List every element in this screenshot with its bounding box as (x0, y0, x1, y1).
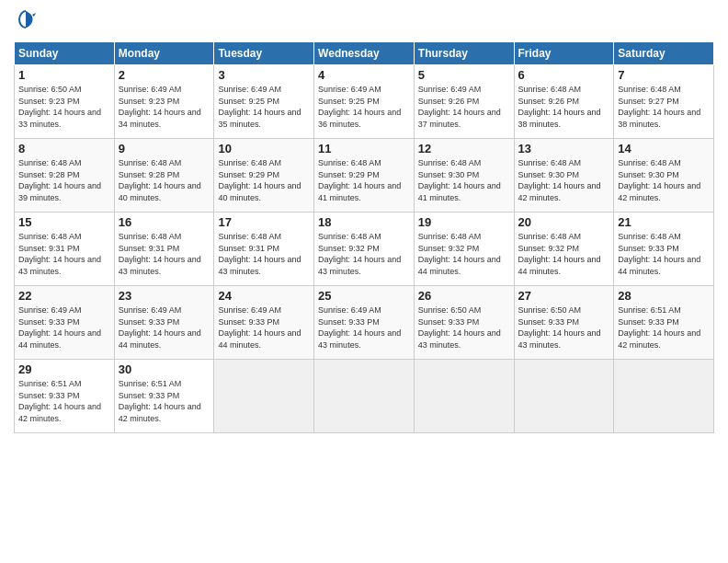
day-cell: 1Sunrise: 6:50 AMSunset: 9:23 PMDaylight… (15, 65, 115, 139)
day-cell: 2Sunrise: 6:49 AMSunset: 9:23 PMDaylight… (114, 65, 214, 139)
page: SundayMondayTuesdayWednesdayThursdayFrid… (0, 0, 728, 563)
day-number: 23 (119, 289, 210, 303)
day-info: Sunrise: 6:48 AMSunset: 9:30 PMDaylight:… (418, 157, 510, 203)
day-number: 17 (218, 215, 310, 229)
header (14, 9, 714, 34)
header-friday: Friday (514, 42, 614, 65)
day-info: Sunrise: 6:48 AMSunset: 9:27 PMDaylight:… (618, 84, 710, 130)
logo (14, 9, 36, 34)
day-info: Sunrise: 6:48 AMSunset: 9:32 PMDaylight:… (518, 231, 610, 277)
day-info: Sunrise: 6:51 AMSunset: 9:33 PMDaylight:… (119, 378, 210, 424)
day-number: 6 (518, 68, 610, 82)
day-cell: 8Sunrise: 6:48 AMSunset: 9:28 PMDaylight… (15, 139, 115, 213)
logo-text (14, 9, 36, 34)
day-number: 5 (418, 68, 510, 82)
week-row-4: 22Sunrise: 6:49 AMSunset: 9:33 PMDayligh… (15, 286, 714, 360)
day-info: Sunrise: 6:49 AMSunset: 9:25 PMDaylight:… (318, 84, 410, 130)
day-number: 28 (618, 289, 710, 303)
day-info: Sunrise: 6:48 AMSunset: 9:29 PMDaylight:… (318, 157, 410, 203)
day-info: Sunrise: 6:51 AMSunset: 9:33 PMDaylight:… (18, 378, 110, 424)
day-number: 14 (618, 142, 710, 155)
week-row-3: 15Sunrise: 6:48 AMSunset: 9:31 PMDayligh… (15, 213, 714, 286)
day-cell: 22Sunrise: 6:49 AMSunset: 9:33 PMDayligh… (15, 286, 115, 360)
day-info: Sunrise: 6:48 AMSunset: 9:31 PMDaylight:… (18, 231, 110, 277)
day-cell: 26Sunrise: 6:50 AMSunset: 9:33 PMDayligh… (414, 286, 514, 360)
day-cell: 28Sunrise: 6:51 AMSunset: 9:33 PMDayligh… (614, 286, 714, 360)
day-number: 22 (18, 289, 110, 303)
day-info: Sunrise: 6:49 AMSunset: 9:33 PMDaylight:… (18, 304, 110, 350)
day-cell: 15Sunrise: 6:48 AMSunset: 9:31 PMDayligh… (15, 213, 115, 286)
day-number: 4 (318, 68, 410, 82)
day-info: Sunrise: 6:48 AMSunset: 9:28 PMDaylight:… (18, 157, 110, 203)
day-cell: 24Sunrise: 6:49 AMSunset: 9:33 PMDayligh… (214, 286, 314, 360)
day-number: 25 (318, 289, 410, 303)
calendar: SundayMondayTuesdayWednesdayThursdayFrid… (14, 41, 714, 433)
day-info: Sunrise: 6:49 AMSunset: 9:33 PMDaylight:… (318, 304, 410, 350)
day-info: Sunrise: 6:48 AMSunset: 9:30 PMDaylight:… (518, 157, 610, 203)
day-cell (514, 360, 614, 433)
day-info: Sunrise: 6:50 AMSunset: 9:23 PMDaylight:… (18, 84, 110, 130)
day-info: Sunrise: 6:48 AMSunset: 9:26 PMDaylight:… (518, 84, 610, 130)
day-number: 7 (618, 68, 710, 82)
day-number: 15 (18, 215, 110, 229)
day-cell (414, 360, 514, 433)
day-number: 18 (318, 215, 410, 229)
day-info: Sunrise: 6:49 AMSunset: 9:33 PMDaylight:… (119, 304, 210, 350)
day-info: Sunrise: 6:48 AMSunset: 9:32 PMDaylight:… (318, 231, 410, 277)
day-number: 29 (18, 362, 110, 376)
day-info: Sunrise: 6:48 AMSunset: 9:31 PMDaylight:… (119, 231, 210, 277)
day-cell: 23Sunrise: 6:49 AMSunset: 9:33 PMDayligh… (114, 286, 214, 360)
day-cell: 9Sunrise: 6:48 AMSunset: 9:28 PMDaylight… (114, 139, 214, 213)
day-cell: 19Sunrise: 6:48 AMSunset: 9:32 PMDayligh… (414, 213, 514, 286)
day-info: Sunrise: 6:48 AMSunset: 9:28 PMDaylight:… (119, 157, 210, 203)
day-info: Sunrise: 6:49 AMSunset: 9:25 PMDaylight:… (218, 84, 310, 130)
day-cell: 4Sunrise: 6:49 AMSunset: 9:25 PMDaylight… (314, 65, 415, 139)
day-number: 8 (18, 142, 110, 155)
day-number: 30 (119, 362, 210, 376)
day-cell: 21Sunrise: 6:48 AMSunset: 9:33 PMDayligh… (614, 213, 714, 286)
day-info: Sunrise: 6:48 AMSunset: 9:30 PMDaylight:… (618, 157, 710, 203)
day-cell: 14Sunrise: 6:48 AMSunset: 9:30 PMDayligh… (614, 139, 714, 213)
day-cell: 27Sunrise: 6:50 AMSunset: 9:33 PMDayligh… (514, 286, 614, 360)
day-info: Sunrise: 6:49 AMSunset: 9:23 PMDaylight:… (119, 84, 210, 130)
day-info: Sunrise: 6:51 AMSunset: 9:33 PMDaylight:… (618, 304, 710, 350)
day-info: Sunrise: 6:49 AMSunset: 9:33 PMDaylight:… (218, 304, 310, 350)
day-info: Sunrise: 6:48 AMSunset: 9:31 PMDaylight:… (218, 231, 310, 277)
day-cell: 10Sunrise: 6:48 AMSunset: 9:29 PMDayligh… (214, 139, 314, 213)
day-cell: 29Sunrise: 6:51 AMSunset: 9:33 PMDayligh… (15, 360, 115, 433)
header-tuesday: Tuesday (214, 42, 314, 65)
day-cell: 18Sunrise: 6:48 AMSunset: 9:32 PMDayligh… (314, 213, 415, 286)
day-cell: 25Sunrise: 6:49 AMSunset: 9:33 PMDayligh… (314, 286, 415, 360)
day-cell: 6Sunrise: 6:48 AMSunset: 9:26 PMDaylight… (514, 65, 614, 139)
day-number: 3 (218, 68, 310, 82)
day-cell: 7Sunrise: 6:48 AMSunset: 9:27 PMDaylight… (614, 65, 714, 139)
day-number: 11 (318, 142, 410, 155)
calendar-header: SundayMondayTuesdayWednesdayThursdayFrid… (15, 42, 714, 65)
header-monday: Monday (114, 42, 214, 65)
day-info: Sunrise: 6:50 AMSunset: 9:33 PMDaylight:… (518, 304, 610, 350)
day-cell: 20Sunrise: 6:48 AMSunset: 9:32 PMDayligh… (514, 213, 614, 286)
day-number: 16 (119, 215, 210, 229)
day-number: 12 (418, 142, 510, 155)
day-number: 21 (618, 215, 710, 229)
day-number: 9 (119, 142, 210, 155)
logo-bird-icon (16, 9, 36, 29)
calendar-body: 1Sunrise: 6:50 AMSunset: 9:23 PMDaylight… (15, 65, 714, 433)
header-wednesday: Wednesday (314, 42, 415, 65)
day-number: 10 (218, 142, 310, 155)
day-cell: 13Sunrise: 6:48 AMSunset: 9:30 PMDayligh… (514, 139, 614, 213)
week-row-5: 29Sunrise: 6:51 AMSunset: 9:33 PMDayligh… (15, 360, 714, 433)
day-number: 24 (218, 289, 310, 303)
header-thursday: Thursday (414, 42, 514, 65)
day-info: Sunrise: 6:50 AMSunset: 9:33 PMDaylight:… (418, 304, 510, 350)
day-cell (214, 360, 314, 433)
day-number: 19 (418, 215, 510, 229)
day-cell: 30Sunrise: 6:51 AMSunset: 9:33 PMDayligh… (114, 360, 214, 433)
day-cell (314, 360, 415, 433)
day-number: 13 (518, 142, 610, 155)
day-cell: 3Sunrise: 6:49 AMSunset: 9:25 PMDaylight… (214, 65, 314, 139)
day-cell: 12Sunrise: 6:48 AMSunset: 9:30 PMDayligh… (414, 139, 514, 213)
day-cell: 11Sunrise: 6:48 AMSunset: 9:29 PMDayligh… (314, 139, 415, 213)
day-number: 1 (18, 68, 110, 82)
day-info: Sunrise: 6:49 AMSunset: 9:26 PMDaylight:… (418, 84, 510, 130)
